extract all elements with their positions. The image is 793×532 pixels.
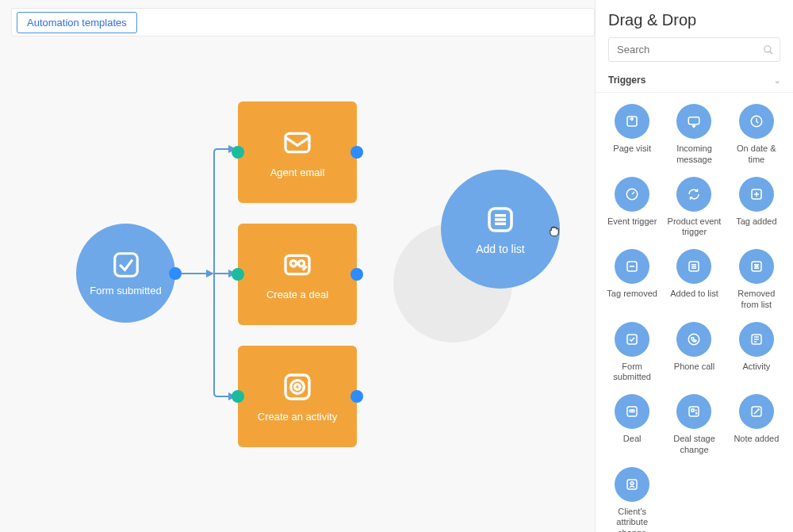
sidebar-item-page-visit[interactable]: Page visit xyxy=(602,104,662,166)
svg-point-10 xyxy=(291,380,305,393)
svg-rect-4 xyxy=(114,254,137,277)
trigger-node-form-submitted[interactable]: Form submitted xyxy=(76,224,175,323)
svg-point-11 xyxy=(295,384,301,389)
sidebar-item-label: Client's attribute change xyxy=(603,507,661,533)
action-stack: Agent email Create a deal xyxy=(238,101,357,447)
activity-icon xyxy=(739,322,774,357)
automation-canvas[interactable]: Form submitted Agent email xyxy=(0,0,595,532)
action-node-label: Agent email xyxy=(270,166,325,178)
sidebar-item-label: Form submitted xyxy=(603,362,661,384)
sidebar-item-product-event-trigger[interactable]: Product event trigger xyxy=(664,177,724,239)
sidebar-item-label: On date & time xyxy=(728,144,785,166)
action-node-create-activity[interactable]: Create an activity xyxy=(238,346,357,447)
sidebar-item-label: Incoming message xyxy=(665,144,722,166)
action-node-create-deal[interactable]: Create a deal xyxy=(238,224,357,325)
port-in[interactable] xyxy=(232,390,244,403)
tag-minus-icon xyxy=(615,249,649,284)
sidebar-item-label: Note added xyxy=(734,434,779,445)
sidebar-item-label: Page visit xyxy=(613,144,651,155)
sidebar-item-removed-from-list[interactable]: Removed from list xyxy=(726,249,787,311)
stage-change-icon xyxy=(676,394,711,429)
trigger-node-label: Form submitted xyxy=(90,285,161,297)
sidebar-item-label: Product event trigger xyxy=(665,216,722,239)
sidebar-item-label: Tag added xyxy=(736,216,776,228)
svg-point-8 xyxy=(298,260,304,266)
sidebar-item-phone-call[interactable]: Phone call xyxy=(664,322,724,384)
svg-point-7 xyxy=(290,260,296,266)
incoming-message-icon xyxy=(676,104,711,139)
check-square-icon xyxy=(615,322,649,357)
deal-icon xyxy=(615,394,649,429)
sidebar-item-deal[interactable]: Deal xyxy=(602,394,662,456)
sidebar-item-on-date-time[interactable]: On date & time xyxy=(726,104,787,166)
port-out[interactable] xyxy=(351,390,363,403)
sidebar-item-event-trigger[interactable]: Event trigger xyxy=(602,177,662,239)
sidebar-search xyxy=(608,37,780,62)
envelope-icon xyxy=(282,127,313,159)
sidebar-item-tag-added[interactable]: Tag added xyxy=(726,177,787,239)
sidebar-item-label: Activity xyxy=(742,362,770,373)
svg-point-16 xyxy=(764,45,771,52)
sidebar-item-added-to-list[interactable]: Added to list xyxy=(664,249,724,311)
action-node-agent-email[interactable]: Agent email xyxy=(238,101,357,203)
action-node-label: Create a deal xyxy=(266,289,328,300)
sidebar-item-activity[interactable]: Activity xyxy=(726,322,787,384)
page-visit-icon xyxy=(615,104,649,139)
sidebar-item-label: Phone call xyxy=(674,362,714,373)
chevron-down-icon: ⌄ xyxy=(774,76,780,85)
check-square-icon xyxy=(111,250,141,280)
sidebar-item-form-submitted[interactable]: Form submitted xyxy=(602,322,662,384)
sidebar: Drag & Drop Triggers ⌄ Page visit Incomi… xyxy=(595,0,793,532)
sidebar-title: Drag & Drop xyxy=(596,0,793,37)
sidebar-item-incoming-message[interactable]: Incoming message xyxy=(664,104,724,166)
svg-rect-46 xyxy=(691,409,694,411)
port-out[interactable] xyxy=(351,146,363,159)
search-icon xyxy=(763,44,774,55)
svg-line-17 xyxy=(770,51,773,54)
tag-plus-icon xyxy=(739,177,774,212)
sidebar-item-label: Deal xyxy=(623,434,642,445)
note-icon xyxy=(739,394,774,429)
deal-create-icon xyxy=(282,249,313,281)
sidebar-triggers-grid: Page visit Incoming message On date & ti… xyxy=(596,93,793,532)
sidebar-item-label: Deal stage change xyxy=(665,434,722,456)
sidebar-item-label: Removed from list xyxy=(728,289,785,311)
clock-icon xyxy=(739,104,774,139)
svg-rect-5 xyxy=(285,133,309,151)
drag-ghost-add-to-list[interactable]: Add to list xyxy=(441,170,560,289)
svg-rect-36 xyxy=(627,335,637,344)
sidebar-item-client-attribute-change[interactable]: Client's attribute change xyxy=(602,467,662,533)
port-in[interactable] xyxy=(232,268,244,281)
svg-rect-19 xyxy=(689,117,700,124)
svg-rect-9 xyxy=(285,375,309,399)
list-icon xyxy=(676,249,711,284)
sidebar-item-label: Added to list xyxy=(670,289,718,300)
sidebar-section-triggers[interactable]: Triggers ⌄ xyxy=(596,70,793,93)
port-out[interactable] xyxy=(351,268,363,281)
gauge-icon xyxy=(615,177,649,212)
target-icon xyxy=(282,371,313,403)
attribute-icon xyxy=(615,467,649,502)
sidebar-item-deal-stage-change[interactable]: Deal stage change xyxy=(664,394,724,456)
sidebar-item-label: Tag removed xyxy=(607,289,657,300)
sidebar-item-label: Event trigger xyxy=(607,216,657,228)
drag-ghost-label: Add to list xyxy=(476,243,524,255)
sidebar-section-label: Triggers xyxy=(608,75,646,86)
list-remove-icon xyxy=(739,249,774,284)
grab-cursor-icon xyxy=(547,224,561,238)
sidebar-item-note-added[interactable]: Note added xyxy=(726,394,787,456)
refresh-icon xyxy=(676,177,711,212)
port-out[interactable] xyxy=(169,267,182,280)
phone-icon xyxy=(676,322,711,357)
svg-point-44 xyxy=(632,410,634,412)
search-input[interactable] xyxy=(608,37,780,62)
svg-point-49 xyxy=(630,481,634,484)
svg-marker-0 xyxy=(206,270,214,277)
list-icon xyxy=(484,203,517,236)
action-node-label: Create an activity xyxy=(258,411,337,423)
port-in[interactable] xyxy=(232,146,244,159)
sidebar-item-tag-removed[interactable]: Tag removed xyxy=(602,249,662,311)
